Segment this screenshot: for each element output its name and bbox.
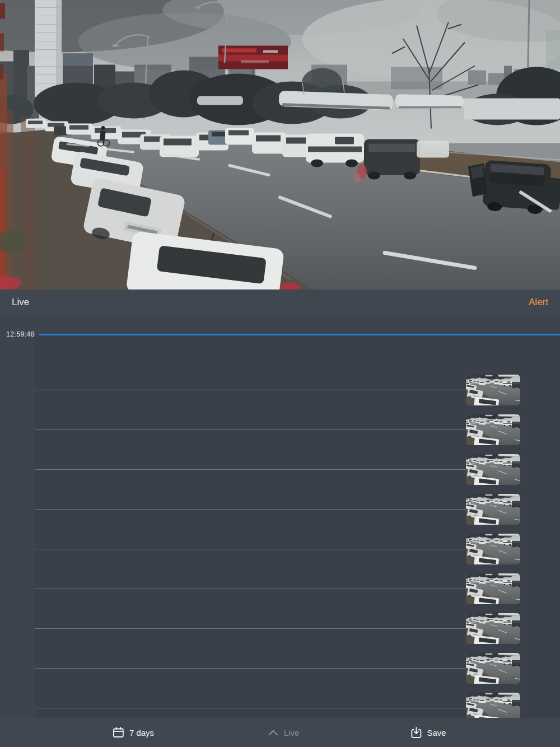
jump-to-live-label: Live	[284, 728, 300, 737]
timeline-event-row[interactable]	[0, 414, 560, 445]
event-thumbnail[interactable]	[466, 414, 520, 445]
date-range-label: 7 days	[129, 728, 154, 737]
event-thumbnail[interactable]	[466, 534, 520, 564]
timeline-event-row[interactable]	[0, 454, 560, 485]
event-thumbnail[interactable]	[466, 613, 520, 644]
mode-bar: Live Alert	[0, 290, 560, 315]
chevron-up-icon	[268, 729, 279, 736]
event-row-divider	[35, 708, 466, 708]
event-thumbnail[interactable]	[466, 494, 520, 525]
event-row-divider	[35, 429, 466, 430]
event-thumbnail[interactable]	[466, 693, 520, 718]
calendar-icon	[113, 727, 124, 738]
event-row-divider	[35, 549, 466, 549]
timeline-event-row[interactable]	[0, 375, 560, 405]
event-row-divider	[35, 469, 466, 470]
event-thumbnail[interactable]	[466, 653, 520, 684]
live-position-line	[39, 334, 560, 335]
event-row-divider	[35, 589, 466, 589]
event-timeline[interactable]: 12:59:48	[0, 315, 560, 718]
event-row-divider	[35, 509, 466, 510]
event-row-divider	[35, 628, 466, 629]
current-time-label: 12:59:48	[0, 330, 35, 338]
jump-to-live-button[interactable]: Live	[264, 718, 303, 747]
event-row-divider	[35, 390, 466, 390]
bottom-toolbar: 7 days Live Save	[0, 718, 560, 747]
timeline-event-row[interactable]	[0, 653, 560, 684]
alert-button[interactable]: Alert	[529, 297, 548, 308]
save-label: Save	[427, 728, 446, 737]
date-range-button[interactable]: 7 days	[109, 718, 157, 747]
street-scene	[0, 0, 560, 290]
timeline-event-row[interactable]	[0, 693, 560, 718]
timeline-event-row[interactable]	[0, 494, 560, 525]
event-thumbnail[interactable]	[466, 573, 520, 604]
timeline-event-row[interactable]	[0, 613, 560, 644]
timeline-event-row[interactable]	[0, 573, 560, 604]
download-icon	[410, 727, 422, 739]
timeline-event-row[interactable]	[0, 534, 560, 564]
live-label: Live	[12, 297, 29, 308]
event-thumbnail[interactable]	[466, 375, 520, 405]
camera-app: Live Alert 12:59:48	[0, 0, 560, 747]
save-button[interactable]: Save	[407, 718, 449, 747]
event-row-divider	[35, 668, 466, 669]
event-thumbnail[interactable]	[466, 454, 520, 485]
live-video-feed[interactable]	[0, 0, 560, 290]
